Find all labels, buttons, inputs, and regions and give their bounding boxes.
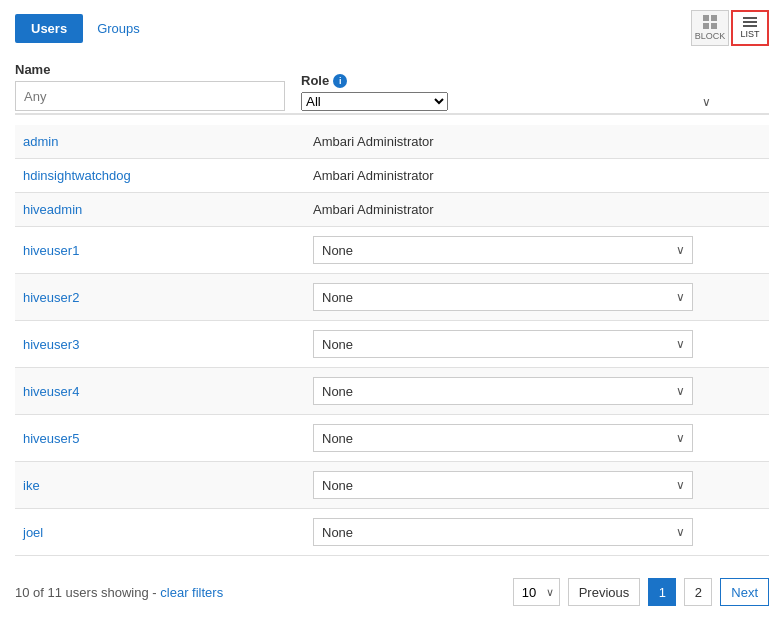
table-row: hiveuser4NoneAmbari Administrator (15, 368, 769, 415)
user-name-cell[interactable]: ike (15, 462, 305, 509)
table-row: hiveuser1NoneAmbari Administrator (15, 227, 769, 274)
user-role-cell: NoneAmbari Administrator (305, 415, 769, 462)
role-filter-label: Role i (301, 73, 721, 88)
block-view-button[interactable]: BLOCK (691, 10, 729, 46)
user-name-cell[interactable]: joel (15, 509, 305, 556)
table-row: hiveuser2NoneAmbari Administrator (15, 274, 769, 321)
table-row: hiveuser3NoneAmbari Administrator (15, 321, 769, 368)
role-filter-group: Role i All Ambari Administrator None (301, 73, 721, 111)
block-label: BLOCK (695, 31, 726, 41)
showing-text: 10 of 11 users showing (15, 585, 149, 600)
tab-users[interactable]: Users (15, 14, 83, 43)
footer-info: 10 of 11 users showing - clear filters (15, 585, 223, 600)
user-table: adminAmbari Administratorhdinsightwatchd… (15, 125, 769, 556)
user-role-cell: NoneAmbari Administrator (305, 274, 769, 321)
per-page-wrapper: 10 25 50 (513, 578, 560, 606)
user-role-dropdown-wrapper: NoneAmbari Administrator (313, 236, 693, 264)
user-role-dropdown-wrapper: NoneAmbari Administrator (313, 283, 693, 311)
list-icon (743, 17, 757, 27)
role-filter-wrapper: All Ambari Administrator None (301, 92, 721, 111)
user-role-select[interactable]: NoneAmbari Administrator (313, 377, 693, 405)
user-name-cell[interactable]: hiveadmin (15, 193, 305, 227)
user-role-select[interactable]: NoneAmbari Administrator (313, 424, 693, 452)
filters-row: Name Role i All Ambari Administrator Non… (15, 62, 769, 111)
user-role-dropdown-wrapper: NoneAmbari Administrator (313, 330, 693, 358)
table-row: joelNoneAmbari Administrator (15, 509, 769, 556)
user-role-cell: Ambari Administrator (305, 193, 769, 227)
user-role-dropdown-wrapper: NoneAmbari Administrator (313, 518, 693, 546)
user-name-cell[interactable]: hiveuser5 (15, 415, 305, 462)
tab-groups[interactable]: Groups (91, 16, 146, 41)
previous-button[interactable]: Previous (568, 578, 641, 606)
list-view-button[interactable]: LIST (731, 10, 769, 46)
user-role-select[interactable]: NoneAmbari Administrator (313, 283, 693, 311)
user-name-cell[interactable]: hdinsightwatchdog (15, 159, 305, 193)
user-name-cell[interactable]: admin (15, 125, 305, 159)
role-info-icon[interactable]: i (333, 74, 347, 88)
user-role-cell: Ambari Administrator (305, 159, 769, 193)
user-role-dropdown-wrapper: NoneAmbari Administrator (313, 377, 693, 405)
user-role-cell: NoneAmbari Administrator (305, 509, 769, 556)
user-role-select[interactable]: NoneAmbari Administrator (313, 518, 693, 546)
user-role-cell: NoneAmbari Administrator (305, 462, 769, 509)
clear-filters-link[interactable]: clear filters (160, 585, 223, 600)
divider (15, 113, 769, 115)
user-name-cell[interactable]: hiveuser3 (15, 321, 305, 368)
page-1-button[interactable]: 1 (648, 578, 676, 606)
page-2-button[interactable]: 2 (684, 578, 712, 606)
footer: 10 of 11 users showing - clear filters 1… (15, 570, 769, 606)
table-row: hdinsightwatchdogAmbari Administrator (15, 159, 769, 193)
name-filter-group: Name (15, 62, 285, 111)
pagination: 10 25 50 Previous 1 2 Next (513, 578, 769, 606)
user-role-cell: NoneAmbari Administrator (305, 321, 769, 368)
user-name-cell[interactable]: hiveuser2 (15, 274, 305, 321)
role-select[interactable]: All Ambari Administrator None (301, 92, 448, 111)
top-bar: Users Groups BLOCK LIST (15, 10, 769, 46)
view-toggle: BLOCK LIST (691, 10, 769, 46)
table-row: hiveuser5NoneAmbari Administrator (15, 415, 769, 462)
user-role-dropdown-wrapper: NoneAmbari Administrator (313, 424, 693, 452)
table-row: ikeNoneAmbari Administrator (15, 462, 769, 509)
per-page-select[interactable]: 10 25 50 (513, 578, 560, 606)
name-filter-label: Name (15, 62, 285, 77)
user-name-cell[interactable]: hiveuser1 (15, 227, 305, 274)
user-role-cell: NoneAmbari Administrator (305, 227, 769, 274)
grid-icon (703, 15, 717, 29)
user-role-cell: Ambari Administrator (305, 125, 769, 159)
user-role-select[interactable]: NoneAmbari Administrator (313, 471, 693, 499)
user-name-cell[interactable]: hiveuser4 (15, 368, 305, 415)
tab-group: Users Groups (15, 14, 146, 43)
user-role-select[interactable]: NoneAmbari Administrator (313, 236, 693, 264)
table-row: adminAmbari Administrator (15, 125, 769, 159)
list-label: LIST (740, 29, 759, 39)
next-button[interactable]: Next (720, 578, 769, 606)
user-role-cell: NoneAmbari Administrator (305, 368, 769, 415)
name-input[interactable] (15, 81, 285, 111)
table-row: hiveadminAmbari Administrator (15, 193, 769, 227)
user-role-dropdown-wrapper: NoneAmbari Administrator (313, 471, 693, 499)
user-role-select[interactable]: NoneAmbari Administrator (313, 330, 693, 358)
